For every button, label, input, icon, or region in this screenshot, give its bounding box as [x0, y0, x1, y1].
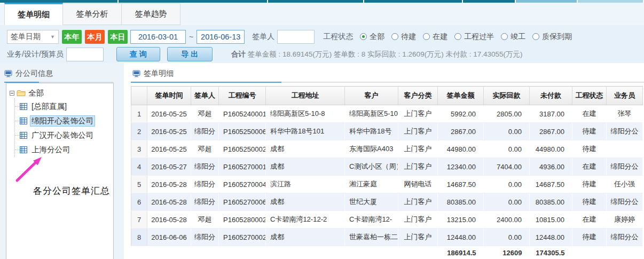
- date-field-label: 签单日期: [11, 32, 41, 42]
- tab-order-trend[interactable]: 签单趋势: [122, 3, 180, 25]
- cell-project-no: P1605240001: [219, 105, 266, 123]
- cell-unpaid-amount: 12448.00: [530, 229, 572, 246]
- totals-summary: 合计签单金额 : 18.69145(万元) 签单数 : 8 实际回款 : 1.2…: [231, 50, 523, 59]
- cell-project-status: 待建: [572, 193, 607, 211]
- cell-sign-amount: 13215.00: [438, 211, 484, 229]
- cell-salesperson: 绵阳分公: [607, 123, 643, 140]
- col-header-row-index: [131, 87, 147, 105]
- tree-item-label: 绵阳开心装饰公司: [30, 115, 95, 127]
- total-sign-date: [147, 246, 191, 259]
- status-radio-4[interactable]: 竣工: [501, 32, 525, 42]
- tab-label: 签单趋势: [135, 9, 167, 19]
- cell-customer-type: 上门客户: [398, 158, 438, 176]
- export-button[interactable]: 导 出: [167, 47, 213, 61]
- date-from-input[interactable]: 2016-03-01: [130, 30, 186, 44]
- quick-btn-2[interactable]: 本日: [108, 30, 128, 44]
- tree-item-0[interactable]: [总部直属]: [15, 99, 113, 114]
- col-header-signer: 签单人: [191, 87, 219, 105]
- table-row[interactable]: 62016-05-28绵阳分P1605270006成都世纪大厦上门客户80385…: [131, 193, 643, 211]
- cell-project-address: C卡碧南湾12-12-2: [266, 211, 345, 229]
- cell-sign-date: 2016-05-28: [147, 193, 191, 211]
- cell-customer: C测试小区（周）: [345, 158, 398, 176]
- table-row[interactable]: 32016-05-25邓超P1605250002成都东海国际A403上门客户44…: [131, 140, 643, 158]
- table-row[interactable]: 12016-05-25邓超P1605240001绵阳高新区5-10-8绵阳高新区…: [131, 105, 643, 123]
- cell-unpaid-amount: 44980.00: [530, 140, 572, 158]
- col-header-salesperson: 业务员: [607, 87, 643, 105]
- tree-children: [总部直属]绵阳开心装饰公司广汉开心装饰公司上海分公司: [14, 98, 113, 157]
- cell-unpaid-amount: 4936.00: [530, 158, 572, 176]
- tree-connector: [15, 121, 19, 121]
- status-radio-5[interactable]: 质保到期: [532, 32, 572, 42]
- tree-item-2[interactable]: 广汉开心装饰公司: [15, 128, 113, 143]
- tab-label: 签单分析: [76, 9, 108, 19]
- cell-project-no: P1605270006: [219, 193, 266, 211]
- cell-project-status: 待建: [572, 140, 607, 158]
- total-customer: [345, 246, 398, 259]
- table-row[interactable]: 42016-05-27绵阳分P1605270001成都C测试小区（周）上门客户1…: [131, 158, 643, 176]
- cell-salesperson: 绵阳分公: [607, 193, 643, 211]
- col-header-paid-amount: 实际回款: [484, 87, 530, 105]
- main-panel-title: 签单明细: [144, 69, 174, 79]
- status-radio-1[interactable]: 待建: [391, 32, 416, 42]
- sidebar-title: 分公司信息: [15, 69, 53, 79]
- cell-signer: 绵阳分: [191, 193, 219, 211]
- cell-project-address: 滨江路: [266, 176, 345, 193]
- main-title-underline: [131, 82, 644, 83]
- total-signer: [191, 246, 219, 259]
- tab-order-analysis[interactable]: 签单分析: [63, 3, 122, 25]
- cell-sign-date: 2016-05-27: [147, 158, 191, 176]
- cell-salesperson: 任小强: [607, 176, 643, 193]
- tab-order-detail[interactable]: 签单明细: [4, 3, 63, 25]
- order-table: 签单时间签单人工程编号工程地址客户客户分类签单金额实际回款未付款工程状态业务员 …: [131, 86, 643, 259]
- cell-paid-amount: 7404.00: [484, 158, 530, 176]
- status-radio-2[interactable]: 在建: [423, 32, 447, 42]
- quick-btn-1[interactable]: 本月: [85, 30, 105, 44]
- cell-sign-date: 2016-05-25: [147, 140, 191, 158]
- cell-sign-date: 2016-06-06: [147, 229, 191, 246]
- status-radio-0[interactable]: 全部: [360, 32, 384, 42]
- cell-customer-type: 上门客户: [398, 193, 438, 211]
- cell-project-no: P1605270002: [219, 229, 266, 246]
- total-row-index: [131, 246, 147, 259]
- cell-paid-amount: 0.00: [484, 176, 530, 193]
- cell-unpaid-amount: 14687.50: [530, 176, 572, 193]
- cell-customer: 世豪嘉柏一栋二: [345, 229, 398, 246]
- cell-project-no: P1605270001: [219, 158, 266, 176]
- tab-label: 签单明细: [18, 10, 50, 20]
- table-row[interactable]: 52016-05-28绵阳分P1605270004滨江路湘江豪庭网销电话1468…: [131, 176, 643, 193]
- summary-label: 合计: [231, 50, 246, 58]
- cell-project-no: P1605280002: [219, 211, 266, 229]
- table-row[interactable]: 82016-06-06绵阳分P1605270002成都世豪嘉柏一栋二上门客户12…: [131, 229, 643, 246]
- date-field-select[interactable]: 签单日期 ▼: [7, 30, 59, 44]
- cell-sign-date: 2016-05-28: [147, 176, 191, 193]
- cell-project-address: 成都: [266, 229, 345, 246]
- status-radio-label: 竣工: [511, 32, 525, 42]
- total-project-status: [572, 246, 607, 259]
- status-radio-label: 质保到期: [542, 32, 572, 42]
- cell-sign-amount: 12448.00: [438, 229, 484, 246]
- quick-buttons: 本年本月本日: [59, 30, 128, 44]
- signer-input[interactable]: [277, 30, 315, 44]
- tree-item-1[interactable]: 绵阳开心装饰公司: [15, 114, 113, 128]
- sidebar-header: 分公司信息: [4, 67, 124, 80]
- table-row[interactable]: 22016-05-25绵阳分P1605250006科华中路18号101科华中路1…: [131, 123, 643, 140]
- quick-btn-0[interactable]: 本年: [62, 30, 82, 44]
- tree-root-label: 全部: [28, 88, 44, 98]
- cell-paid-amount: 0.00: [484, 140, 530, 158]
- total-salesperson: [607, 246, 643, 259]
- query-button[interactable]: 查 询: [116, 47, 160, 61]
- table-row[interactable]: 72016-05-28邓超P1605280002C卡碧南湾12-12-2C卡碧南…: [131, 211, 643, 229]
- tree-collapse-icon[interactable]: [10, 91, 14, 96]
- tree-root-all[interactable]: 全部: [10, 88, 113, 98]
- cell-row-index: 1: [131, 105, 147, 123]
- cell-sign-date: 2016-05-25: [147, 105, 191, 123]
- signer-label: 签单人: [252, 32, 274, 42]
- cell-sign-date: 2016-05-28: [147, 211, 191, 229]
- date-to-input[interactable]: 2016-06-13: [197, 30, 245, 44]
- cell-signer: 邓超: [191, 105, 219, 123]
- staff-input[interactable]: [66, 48, 104, 61]
- status-radio-3[interactable]: 工程过半: [454, 32, 494, 42]
- cell-project-no: P1605270004: [219, 176, 266, 193]
- col-header-project-status: 工程状态: [572, 87, 607, 105]
- cell-customer: 东海国际A403: [345, 140, 398, 158]
